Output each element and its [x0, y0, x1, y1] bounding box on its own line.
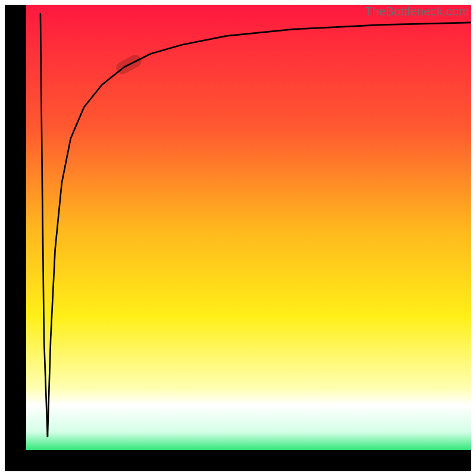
watermark-text: TheBottleneck.com	[365, 5, 469, 18]
curve-down-stroke	[40, 14, 48, 437]
plot-area	[26, 5, 471, 450]
y-axis-border	[5, 5, 26, 471]
curve-rising	[48, 23, 471, 437]
curve-layer	[26, 5, 471, 450]
x-axis-border	[5, 450, 471, 471]
